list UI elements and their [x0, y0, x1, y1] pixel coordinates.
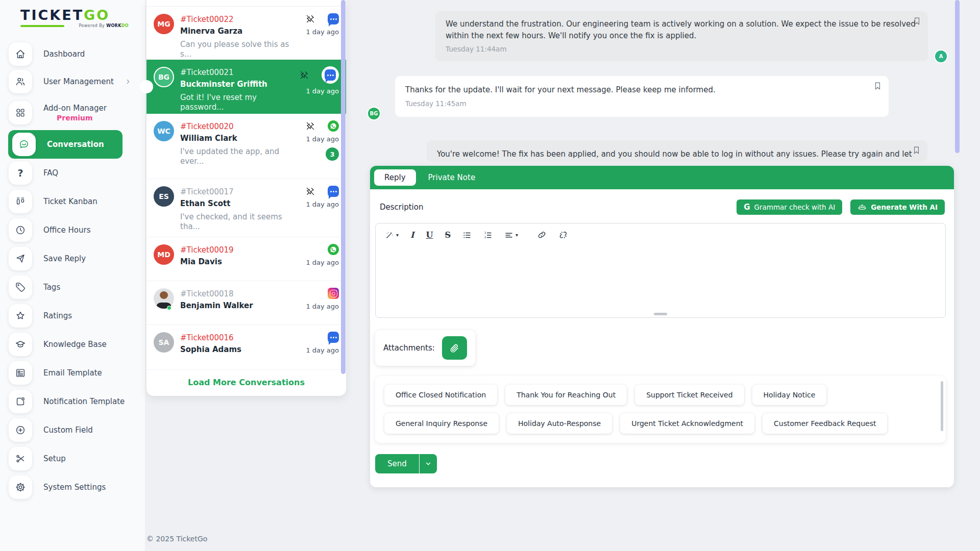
template-office-closed[interactable]: Office Closed Notification [384, 385, 497, 405]
email-template-icon [9, 361, 32, 385]
grammar-check-button[interactable]: G Grammar check with AI [737, 199, 842, 215]
grammar-icon: G [744, 203, 750, 212]
generate-with-ai-button[interactable]: Generate With AI [850, 199, 945, 215]
home-icon [9, 42, 32, 66]
reply-editor[interactable] [377, 246, 944, 307]
unpin-icon[interactable] [305, 186, 315, 196]
reply-editor-box: I U S 12 [375, 223, 946, 318]
template-support-ticket-received[interactable]: Support Ticket Received [635, 385, 744, 405]
attach-file-button[interactable] [442, 336, 467, 360]
conversation-list: MG #Ticket00022 Minerva Garza Can you pl… [146, 0, 346, 396]
template-general-inquiry[interactable]: General Inquiry Response [384, 413, 499, 434]
timestamp: 1 day ago [306, 135, 339, 143]
sidebar-item-faq[interactable]: ? FAQ [0, 159, 145, 187]
unpin-icon[interactable] [305, 14, 315, 24]
tab-private-note[interactable]: Private Note [420, 169, 484, 186]
conversation-item-ticket00017[interactable]: ES #Ticket00017 Ethan Scott I've checked… [146, 179, 346, 237]
send-options-button[interactable] [420, 454, 437, 473]
sidebar-item-ratings[interactable]: Ratings [0, 302, 145, 330]
sidebar-item-save-reply[interactable]: Save Reply [0, 244, 145, 273]
reply-panel: Reply Private Note Description G Grammar… [370, 166, 954, 487]
message-preview: I've checked, and it seems tha... [180, 212, 290, 232]
sidebar: TICKETGO Powered By WORKDO Dashboard Use… [0, 0, 145, 551]
star-icon [9, 304, 32, 328]
unpin-icon[interactable] [299, 70, 309, 80]
powered-by: Powered By WORKDO [79, 23, 129, 28]
premium-badge: Premium [43, 114, 107, 122]
sidebar-item-dashboard[interactable]: Dashboard [0, 40, 145, 68]
online-status-dot [167, 306, 172, 310]
sidebar-nav: Dashboard User Management Add-on Manager… [0, 40, 145, 502]
strikethrough-button[interactable]: S [445, 230, 451, 240]
sidebar-item-knowledge-base[interactable]: Knowledge Base [0, 330, 145, 359]
numbered-list-button[interactable]: 12 [483, 231, 493, 240]
avatar: MG [154, 14, 174, 34]
sidebar-item-conversation[interactable]: Conversation [8, 130, 122, 159]
chat-channel-icon [328, 332, 339, 343]
sidebar-item-notification-template[interactable]: Notification Template [0, 387, 145, 416]
template-holiday-auto-response[interactable]: Holiday Auto-Response [507, 413, 612, 434]
timestamp: 1 day ago [306, 28, 339, 36]
template-thank-you[interactable]: Thank You for Reaching Out [505, 385, 627, 405]
sidebar-item-office-hours[interactable]: Office Hours [0, 216, 145, 244]
conversation-item-ticket00016[interactable]: SA #Ticket00016 Sophia Adams 1 day ago [146, 325, 346, 370]
underline-button[interactable]: U [426, 230, 433, 240]
tab-reply[interactable]: Reply [374, 169, 416, 186]
whatsapp-icon [328, 120, 339, 132]
app-logo[interactable]: TICKETGO Powered By WORKDO [0, 0, 145, 28]
timestamp: 1 day ago [306, 303, 339, 310]
avatar: SA [154, 332, 174, 353]
conversation-item-ticket00020[interactable]: WC #Ticket00020 William Clark I've updat… [146, 114, 346, 179]
align-dropdown[interactable] [504, 231, 518, 240]
conversation-item-ticket00021[interactable]: BG #Ticket00021 Buckminster Griffith Got… [146, 60, 346, 114]
chat-scrollbar[interactable] [955, 0, 960, 153]
timestamp: 1 day ago [306, 346, 339, 354]
message-preview: I've updated the app, and ever... [180, 147, 290, 166]
sidebar-item-tags[interactable]: Tags [0, 273, 145, 302]
sidebar-item-user-management[interactable]: User Management [0, 68, 145, 95]
agent-avatar: A [935, 51, 947, 62]
conversation-item-ticket00022[interactable]: MG #Ticket00022 Minerva Garza Can you pl… [146, 7, 346, 60]
editor-resize-handle[interactable] [654, 313, 667, 315]
chat-channel-icon [328, 13, 339, 24]
sidebar-item-custom-field[interactable]: Custom Field [0, 416, 145, 444]
bullet-list-button[interactable] [462, 231, 472, 240]
question-icon: ? [9, 161, 32, 185]
send-button[interactable]: Send [375, 454, 420, 473]
selected-notch [140, 80, 153, 93]
sidebar-item-ticket-kanban[interactable]: Ticket Kanban [0, 187, 145, 216]
avatar: WC [154, 121, 174, 141]
conversation-item-ticket00018[interactable]: #Ticket00018 Benjamin Walker 1 day ago [146, 281, 346, 325]
tag-icon [9, 276, 32, 299]
template-holiday-notice[interactable]: Holiday Notice [752, 385, 827, 405]
load-more-conversations-button[interactable]: Load More Conversations [146, 370, 346, 395]
templates-scrollbar[interactable] [941, 381, 943, 431]
link-button[interactable] [537, 230, 547, 240]
sidebar-item-email-template[interactable]: Email Template [0, 359, 145, 387]
bookmark-icon[interactable] [912, 16, 922, 26]
gear-icon [9, 475, 32, 499]
whatsapp-icon [328, 244, 339, 255]
message-text: We understand the frustration. Our engin… [446, 18, 918, 41]
conversation-item-ticket00019[interactable]: MD #Ticket00019 Mia Davis 1 day ago [146, 237, 346, 281]
clipped-row [146, 0, 346, 7]
template-urgent-acknowledgment[interactable]: Urgent Ticket Acknowledgment [620, 413, 754, 434]
unlink-button[interactable] [558, 230, 568, 240]
timestamp: 1 day ago [306, 87, 339, 95]
sidebar-item-addon-manager[interactable]: Add-on Manager Premium [0, 95, 145, 130]
italic-button[interactable]: I [410, 230, 414, 240]
footer-copyright: © 2025 TicketGo [146, 535, 207, 543]
bookmark-icon[interactable] [873, 81, 883, 91]
avatar: ES [154, 186, 174, 207]
sidebar-item-setup[interactable]: Setup [0, 444, 145, 473]
paper-plane-icon [9, 247, 32, 270]
unpin-icon[interactable] [305, 121, 315, 131]
svg-text:1: 1 [484, 231, 486, 234]
list-scrollbar[interactable] [341, 0, 346, 374]
message-preview: Can you please solve this as s... [180, 40, 290, 59]
template-feedback-request[interactable]: Customer Feedback Request [763, 413, 887, 434]
magic-wand-dropdown[interactable] [385, 231, 399, 240]
avatar-photo [154, 288, 174, 309]
sidebar-item-system-settings[interactable]: System Settings [0, 473, 145, 502]
bookmark-icon[interactable] [912, 145, 921, 155]
